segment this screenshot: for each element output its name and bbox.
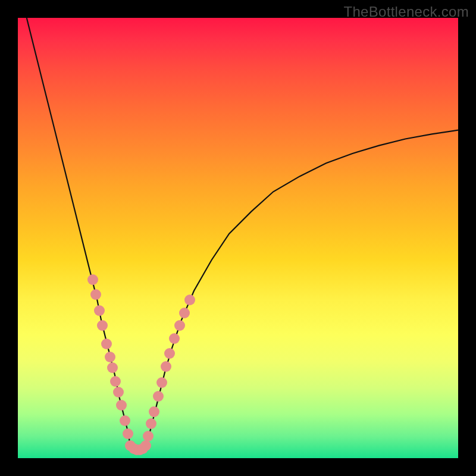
left-dot-11 [123,428,133,439]
left-dot-9 [116,400,127,411]
watermark-text: TheBottleneck.com [343,4,469,20]
bottom-dot-5 [140,440,151,451]
right-dot-3 [153,391,164,402]
left-dot-2 [94,305,105,316]
right-dot-8 [174,320,185,331]
right-dot-2 [149,406,159,417]
right-dot-1 [146,418,156,429]
left-dot-7 [110,376,121,387]
right-dot-4 [156,377,167,388]
left-dot-0 [87,274,98,285]
left-dot-5 [105,352,115,362]
right-dot-0 [143,431,154,441]
right-dot-5 [161,361,171,372]
left-dot-3 [97,320,108,331]
left-dot-6 [107,362,118,373]
chart-container: TheBottleneck.com [0,0,476,476]
left-dot-8 [113,387,124,397]
bottleneck-curve [27,18,458,450]
right-dot-9 [179,308,190,318]
left-dot-1 [90,289,101,300]
curve-svg [18,18,458,458]
left-dot-4 [101,339,112,349]
right-dot-10 [184,295,195,305]
plot-area [18,18,458,458]
left-dot-10 [120,415,130,426]
right-dot-6 [164,348,175,359]
right-dot-7 [169,333,180,344]
